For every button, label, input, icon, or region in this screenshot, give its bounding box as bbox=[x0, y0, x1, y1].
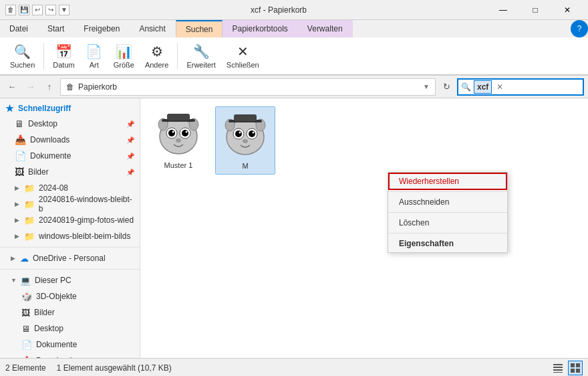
collapse-icon: ▼ bbox=[11, 277, 19, 284]
cmd-type[interactable]: 📄 Art bbox=[81, 40, 108, 72]
sidebar-item-desktop[interactable]: 🖥 Desktop 📌 bbox=[0, 116, 140, 132]
collapse-icon: ▶ bbox=[15, 233, 23, 240]
context-item-ausschneiden[interactable]: Ausschneiden bbox=[388, 193, 507, 211]
svg-point-7 bbox=[172, 131, 174, 133]
tab-start[interactable]: Start bbox=[38, 20, 74, 37]
context-item-loeschen[interactable]: Löschen bbox=[388, 214, 507, 231]
cmd-date[interactable]: 📅 Datum bbox=[48, 40, 79, 72]
cmd-advanced[interactable]: 🔧 Erweitert bbox=[182, 40, 220, 72]
cmd-more[interactable]: ⚙ Andere bbox=[140, 40, 173, 72]
item-label: 3D-Objekte bbox=[36, 292, 77, 301]
sidebar-item-3d[interactable]: 🎲 3D-Objekte bbox=[0, 288, 140, 304]
bilder2-icon: 🖼 bbox=[21, 308, 30, 318]
details-view-icon bbox=[553, 363, 563, 373]
address-path[interactable]: 🗑 Papierkorb ▼ bbox=[60, 78, 436, 96]
view-details-button[interactable] bbox=[551, 361, 565, 375]
quick-access-1[interactable]: 💾 bbox=[19, 5, 29, 15]
svg-rect-27 bbox=[553, 372, 563, 373]
this-pc-label: Dieser PC bbox=[35, 276, 71, 285]
sidebar-item-dokumente[interactable]: 📄 Dokumente 📌 bbox=[0, 148, 140, 164]
sidebar-folder-f2[interactable]: ▶ 📁 20240819-gimp-fotos-wied bbox=[0, 212, 140, 228]
sidebar-item-downloads2[interactable]: 📥 Downloads bbox=[0, 353, 140, 358]
file-label-muster1: Muster 1 bbox=[164, 161, 193, 169]
help-button[interactable]: ? bbox=[571, 20, 588, 37]
sidebar-item-label: Desktop bbox=[28, 119, 57, 128]
large-icons-view-icon bbox=[570, 363, 581, 373]
sidebar-item-downloads[interactable]: 📥 Downloads 📌 bbox=[0, 132, 140, 148]
cmd-label: Andere bbox=[145, 61, 168, 69]
size-icon: 📊 bbox=[116, 43, 132, 60]
sidebar-item-bilder[interactable]: 🖼 Bilder 📌 bbox=[0, 164, 140, 180]
sidebar-item-label: Bilder bbox=[28, 167, 49, 177]
tab-suchen[interactable]: Suchen bbox=[176, 20, 223, 37]
item-label: Downloads bbox=[36, 356, 76, 358]
file-icon-muster1 bbox=[154, 110, 202, 159]
file-item-muster2[interactable]: M bbox=[215, 106, 275, 175]
maximize-button[interactable]: □ bbox=[520, 0, 551, 20]
svg-point-6 bbox=[182, 130, 188, 136]
sidebar-folder-f3[interactable]: ▶ 📁 windows-bleibt-beim-bilds bbox=[0, 228, 140, 244]
title-bar-title: xcf - Papierkorb bbox=[69, 5, 488, 15]
quick-access-dropdown[interactable]: ▼ bbox=[59, 5, 69, 15]
sidebar-divider-2 bbox=[0, 269, 140, 270]
tab-verwalten[interactable]: Verwalten bbox=[298, 20, 353, 37]
item-label: Desktop bbox=[34, 324, 63, 333]
search-query-text: xcf bbox=[474, 80, 492, 94]
chevron-down-icon: ▼ bbox=[423, 83, 430, 90]
minimize-button[interactable]: — bbox=[488, 0, 519, 20]
sidebar-item-bilder2[interactable]: 🖼 Bilder bbox=[0, 304, 140, 320]
cmd-label: Größe bbox=[114, 61, 134, 69]
forward-button[interactable]: → bbox=[23, 79, 39, 95]
svg-rect-30 bbox=[571, 369, 575, 373]
sidebar-this-pc[interactable]: ▼ 💻 Dieser PC bbox=[0, 272, 140, 288]
ribbon: Datei Start Freigeben Ansicht Suchen Pap… bbox=[0, 20, 588, 76]
tab-papierkorbtools[interactable]: Papierkorbtools bbox=[223, 20, 297, 37]
folder-icon: 📁 bbox=[24, 215, 35, 225]
title-bar-icons: 🗑 💾 ↩ ↪ ▼ bbox=[5, 5, 69, 15]
path-icon: 🗑 bbox=[66, 82, 74, 92]
tab-ansicht[interactable]: Ansicht bbox=[130, 20, 175, 37]
file-item-muster1[interactable]: Muster 1 bbox=[148, 106, 208, 173]
collapse-icon: ▶ bbox=[15, 201, 23, 207]
quick-access-header[interactable]: ★ Schnellzugriff bbox=[0, 101, 140, 116]
title-bar: 🗑 💾 ↩ ↪ ▼ xcf - Papierkorb — □ ✕ bbox=[0, 0, 588, 20]
refresh-button[interactable]: ↻ bbox=[438, 79, 454, 95]
svg-point-19 bbox=[239, 132, 241, 134]
sidebar-item-dokumente2[interactable]: 📄 Dokumente bbox=[0, 337, 140, 353]
tab-freigeben[interactable]: Freigeben bbox=[74, 20, 130, 37]
context-item-wiederherstellen[interactable]: Wiederherstellen bbox=[388, 173, 507, 190]
svg-point-18 bbox=[249, 130, 255, 137]
quick-access-3[interactable]: ↪ bbox=[45, 5, 56, 15]
date-icon: 📅 bbox=[55, 43, 72, 60]
context-separator-3 bbox=[388, 233, 507, 233]
context-item-eigenschaften[interactable]: Eigenschaften bbox=[388, 235, 507, 252]
close-button[interactable]: ✕ bbox=[552, 0, 583, 20]
tab-datei[interactable]: Datei bbox=[0, 20, 38, 37]
sidebar-item-label: Downloads bbox=[30, 135, 69, 145]
view-large-icons-button[interactable] bbox=[568, 361, 583, 375]
svg-point-17 bbox=[235, 130, 242, 137]
svg-point-5 bbox=[168, 130, 175, 136]
back-button[interactable]: ← bbox=[4, 79, 20, 95]
sidebar-item-label: Dokumente bbox=[30, 151, 71, 161]
sidebar-onedrive[interactable]: ▶ ☁ OneDrive - Personal bbox=[0, 250, 140, 266]
search-clear-button[interactable]: ✕ bbox=[492, 82, 508, 92]
sidebar-folder-2024-08[interactable]: ▶ 📁 2024-08 bbox=[0, 180, 140, 196]
svg-rect-28 bbox=[571, 363, 575, 367]
sidebar-item-desktop2[interactable]: 🖥 Desktop bbox=[0, 320, 140, 337]
context-menu: Wiederherstellen Ausschneiden Löschen Ei… bbox=[388, 172, 508, 253]
pin-icon: 📌 bbox=[126, 153, 134, 160]
svg-rect-26 bbox=[553, 369, 563, 371]
svg-point-9 bbox=[176, 138, 181, 143]
cmd-size[interactable]: 📊 Größe bbox=[109, 40, 139, 72]
sidebar-folder-f1[interactable]: ▶ 📁 20240816-windows-bleibt-b bbox=[0, 196, 140, 212]
cmd-close-search[interactable]: ✕ Schließen bbox=[222, 40, 264, 72]
cmd-search-location[interactable]: 🔍 Suchen bbox=[5, 40, 39, 72]
up-button[interactable]: ↑ bbox=[41, 79, 57, 95]
svg-rect-24 bbox=[553, 364, 563, 365]
bilder-icon: 🖼 bbox=[15, 167, 24, 177]
quick-access-2[interactable]: ↩ bbox=[32, 5, 43, 15]
status-count: 2 Elemente bbox=[5, 363, 46, 373]
more-icon: ⚙ bbox=[151, 43, 163, 60]
folder-label: 2024-08 bbox=[39, 183, 68, 193]
